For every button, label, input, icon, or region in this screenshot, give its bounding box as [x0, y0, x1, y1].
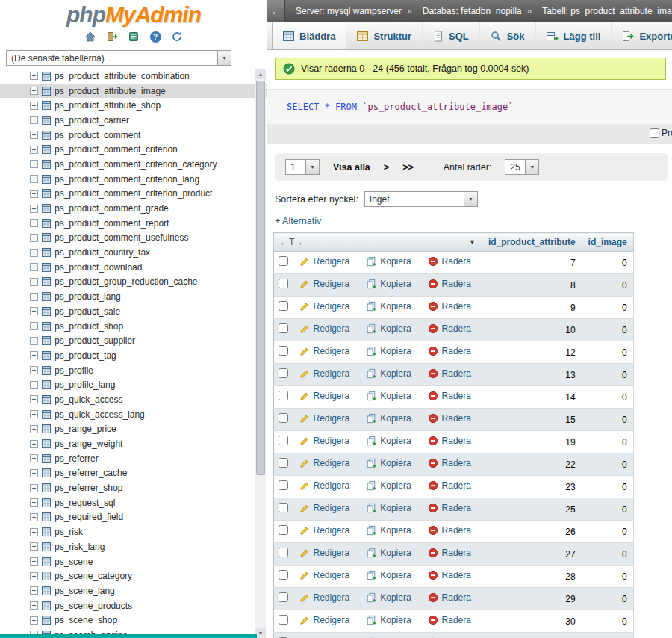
row-checkbox[interactable]	[279, 413, 288, 423]
expand-icon[interactable]: +	[30, 263, 38, 271]
copy-link[interactable]: Kopiera	[366, 300, 411, 312]
row-checkbox[interactable]	[279, 279, 288, 288]
copy-link[interactable]: Kopiera	[366, 569, 411, 581]
copy-link[interactable]: Kopiera	[366, 390, 411, 402]
expand-icon[interactable]: +	[30, 351, 38, 359]
sidebar-table-item[interactable]: + ps_product_country_tax	[0, 245, 267, 260]
delete-link[interactable]: Radera	[428, 412, 471, 424]
expand-icon[interactable]: +	[30, 146, 38, 154]
delete-link[interactable]: Radera	[428, 323, 471, 335]
expand-icon[interactable]: +	[30, 131, 38, 139]
sidebar-table-item[interactable]: + ps_referrer	[0, 451, 267, 466]
copy-link[interactable]: Kopiera	[366, 614, 411, 626]
tab-sql[interactable]: SQL	[423, 22, 480, 49]
expand-icon[interactable]: +	[30, 513, 38, 521]
edit-link[interactable]: Redigera	[299, 368, 350, 380]
back-arrow-button[interactable]: ←	[267, 0, 285, 22]
edit-link[interactable]: Redigera	[299, 569, 350, 581]
sidebar-table-item[interactable]: + ps_referrer_shop	[0, 480, 267, 495]
expand-icon[interactable]: +	[30, 278, 38, 286]
scrollbar-thumb[interactable]	[256, 81, 265, 475]
sidebar-table-item[interactable]: + ps_product_comment_report	[0, 216, 267, 231]
delete-link[interactable]: Radera	[428, 524, 471, 536]
row-checkbox[interactable]	[279, 301, 288, 311]
sidebar-table-item[interactable]: + ps_product_comment_usefulness	[0, 231, 267, 246]
edit-link[interactable]: Redigera	[299, 614, 350, 626]
expand-icon[interactable]: +	[30, 498, 38, 507]
copy-link[interactable]: Kopiera	[366, 457, 411, 469]
delete-link[interactable]: Radera	[428, 255, 471, 267]
copy-link[interactable]: Kopiera	[366, 412, 411, 424]
sidebar-table-item[interactable]: + ps_product_comment_criterion_product	[0, 187, 267, 202]
scroll-up-arrow-icon[interactable]: ▲	[255, 69, 266, 79]
expand-icon[interactable]: +	[30, 160, 38, 168]
copy-link[interactable]: Kopiera	[366, 547, 411, 559]
tab-search[interactable]: Sök	[480, 22, 536, 49]
tab-browse[interactable]: Bläddra	[272, 22, 346, 49]
delete-link[interactable]: Radera	[428, 592, 471, 604]
edit-link[interactable]: Redigera	[299, 323, 350, 335]
sql-keyword-select[interactable]: SELECT	[287, 102, 319, 112]
row-checkbox[interactable]	[279, 346, 288, 356]
copy-link[interactable]: Kopiera	[366, 368, 411, 380]
row-checkbox[interactable]	[279, 480, 288, 490]
expand-icon[interactable]: +	[30, 205, 38, 213]
row-checkbox[interactable]	[279, 436, 288, 445]
expand-icon[interactable]: +	[30, 381, 38, 389]
row-checkbox[interactable]	[279, 548, 288, 557]
copy-link[interactable]: Kopiera	[366, 345, 411, 357]
delete-link[interactable]: Radera	[428, 435, 471, 447]
profiling-checkbox[interactable]	[650, 128, 659, 138]
copy-link[interactable]: Kopiera	[366, 323, 411, 335]
delete-link[interactable]: Radera	[428, 614, 471, 626]
expand-icon[interactable]: +	[30, 307, 38, 315]
tab-insert[interactable]: Lägg till	[536, 22, 612, 49]
expand-icon[interactable]: +	[30, 410, 38, 418]
expand-icon[interactable]: +	[30, 601, 38, 610]
edit-link[interactable]: Redigera	[299, 524, 350, 536]
copy-link[interactable]: Kopiera	[366, 480, 411, 492]
breadcrumb-server[interactable]: Server: mysql wampserver	[296, 6, 402, 16]
expand-icon[interactable]: +	[30, 234, 38, 242]
logout-icon[interactable]	[105, 30, 119, 43]
copy-link[interactable]: Kopiera	[366, 524, 411, 536]
sidebar-table-item[interactable]: + ps_product_download	[0, 260, 267, 275]
copy-link[interactable]: Kopiera	[366, 502, 411, 514]
expand-icon[interactable]: +	[30, 249, 38, 257]
row-checkbox[interactable]	[279, 570, 288, 580]
sort-key-select[interactable]: Inget ▼	[364, 191, 478, 207]
edit-link[interactable]: Redigera	[299, 412, 350, 424]
edit-link[interactable]: Redigera	[299, 345, 350, 357]
edit-link[interactable]: Redigera	[299, 390, 350, 402]
sort-arrow-icon[interactable]: ▼	[469, 238, 476, 246]
delete-link[interactable]: Radera	[428, 278, 471, 290]
expand-icon[interactable]: +	[30, 116, 38, 124]
recent-tables-dropdown[interactable]: (De senaste tabellerna) ... ▼	[6, 50, 231, 66]
next-page-link[interactable]: >	[384, 162, 389, 173]
sidebar-table-item[interactable]: + ps_product_lang	[0, 289, 267, 304]
sidebar-table-item[interactable]: + ps_scene_products	[0, 598, 267, 613]
row-checkbox[interactable]	[279, 525, 288, 535]
copy-link[interactable]: Kopiera	[366, 255, 411, 267]
sidebar-table-item[interactable]: + ps_product_shop	[0, 319, 267, 334]
copy-link[interactable]: Kopiera	[366, 592, 411, 604]
transpose-header[interactable]: ←T→	[280, 237, 303, 247]
delete-link[interactable]: Radera	[428, 457, 471, 469]
row-checkbox[interactable]	[279, 323, 288, 333]
expand-icon[interactable]: +	[30, 440, 38, 448]
sidebar-table-item[interactable]: + ps_product_comment_grade	[0, 201, 267, 216]
sidebar-table-item[interactable]: + ps_product_carrier	[0, 113, 267, 128]
column-header-id-product-attribute[interactable]: id_product_attribute	[482, 233, 582, 252]
expand-icon[interactable]: +	[30, 366, 38, 374]
sidebar-table-item[interactable]: + ps_scene_category	[0, 569, 267, 583]
help-icon[interactable]: ?	[149, 30, 162, 43]
edit-link[interactable]: Redigera	[299, 480, 350, 492]
sidebar-table-item[interactable]: + ps_profile_lang	[0, 377, 267, 392]
sidebar-table-item[interactable]: + ps_request_sql	[0, 495, 267, 510]
edit-link[interactable]: Redigera	[299, 300, 350, 312]
row-checkbox[interactable]	[279, 256, 288, 266]
sidebar-table-item[interactable]: + ps_required_field	[0, 510, 267, 525]
sidebar-table-item[interactable]: + ps_range_weight	[0, 436, 267, 451]
delete-link[interactable]: Radera	[428, 300, 471, 312]
tab-export[interactable]: Exportera	[612, 22, 672, 49]
